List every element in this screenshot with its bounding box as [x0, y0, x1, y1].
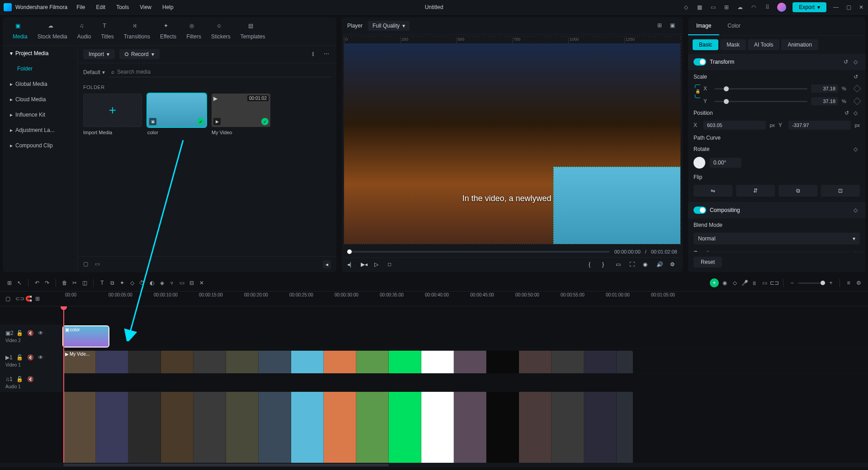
mark-in-button[interactable]: { — [589, 261, 596, 268]
pip-overlay[interactable] — [554, 167, 680, 244]
effect-tool-button[interactable]: ✦ — [118, 279, 126, 287]
import-button[interactable]: Import▾ — [83, 49, 115, 59]
apps-icon[interactable]: ⠿ — [764, 4, 771, 11]
lock-icon[interactable]: 🔓 — [16, 354, 23, 361]
new-folder-icon[interactable]: ▢ — [83, 261, 90, 268]
track-tool-button[interactable]: ▭ — [178, 279, 186, 287]
copy-button[interactable]: ⧉ — [778, 185, 817, 197]
track-lane-audio1[interactable] — [63, 373, 868, 392]
preview-canvas[interactable]: 0 250 500 750 1000 1250 In the video, a … — [344, 37, 681, 244]
rotate-dial[interactable] — [693, 157, 705, 169]
tab-effects[interactable]: ✦ Effects — [156, 21, 181, 42]
display-icon[interactable]: ▭ — [709, 4, 717, 11]
subtab-mask[interactable]: Mask — [720, 39, 746, 50]
magnet-icon[interactable]: 🧲 — [25, 296, 32, 302]
lock-icon[interactable]: ⊞ — [35, 296, 42, 302]
pointer-icon[interactable]: ↖ — [15, 279, 24, 287]
volume-button[interactable]: 🔊 — [656, 261, 664, 268]
tab-filters[interactable]: ◎ Filters — [182, 21, 206, 42]
keyframe-icon[interactable]: ◇ — [854, 146, 860, 152]
lock-icon[interactable]: 🔓 — [16, 376, 23, 382]
settings-button[interactable]: ⚙ — [670, 261, 677, 268]
transform-toggle[interactable] — [693, 58, 706, 66]
reset-icon[interactable]: ↺ — [854, 74, 860, 80]
track-lane-video2[interactable]: ▣color — [63, 324, 868, 348]
menu-edit[interactable]: Edit — [96, 4, 106, 10]
subtab-basic[interactable]: Basic — [693, 39, 718, 50]
keyframe-icon[interactable]: ◇ — [854, 59, 860, 65]
scale-x-slider[interactable] — [714, 88, 807, 89]
blend-mode-select[interactable]: Normal ▾ — [693, 233, 860, 244]
image-view-icon[interactable]: ▣ — [670, 22, 677, 29]
ratio-button[interactable]: ▭ — [616, 261, 623, 268]
zoom-slider[interactable] — [798, 282, 825, 284]
mark-out-button[interactable]: } — [602, 261, 609, 268]
reset-icon[interactable]: ↺ — [844, 110, 851, 116]
clip-color-pip[interactable]: ▣color — [63, 326, 108, 347]
project-icon[interactable]: ▦ — [696, 4, 703, 11]
sidebar-item-global-media[interactable]: ▸Global Media — [3, 76, 77, 92]
snap-button[interactable]: ⊏⊐ — [770, 279, 778, 287]
keyframe-icon[interactable]: ◇ — [854, 207, 860, 213]
position-x-value[interactable]: 603.05 — [703, 121, 766, 130]
mute-icon[interactable]: 🔇 — [27, 330, 33, 336]
reset-icon[interactable]: ↺ — [844, 59, 850, 65]
scale-y-value[interactable]: 37.18 — [811, 97, 838, 105]
path-curve-toggle[interactable] — [847, 134, 860, 141]
text-tool-button[interactable]: T — [98, 279, 106, 287]
menu-file[interactable]: File — [76, 4, 85, 10]
play-pause-button[interactable]: ▶◂ — [361, 261, 368, 268]
prev-frame-button[interactable]: ◂| — [347, 261, 354, 268]
tab-audio[interactable]: ♫ Audio — [73, 21, 96, 42]
record-button[interactable]: Record▾ — [119, 49, 160, 59]
zoom-in-button[interactable]: + — [827, 279, 835, 287]
search-input[interactable] — [117, 69, 329, 75]
flip-vertical-button[interactable]: ⇵ — [736, 185, 775, 197]
crop-button[interactable]: ◫ — [80, 279, 89, 287]
color-tool-button[interactable]: ◐ — [148, 279, 156, 287]
export-button[interactable]: Export ▾ — [793, 2, 826, 12]
fullscreen-button[interactable]: ⛶ — [629, 261, 637, 268]
sidebar-item-project-media[interactable]: ▾Project Media — [3, 46, 77, 61]
track-manage-icon[interactable]: ▢ — [5, 296, 12, 302]
keyframe-icon[interactable]: ◇ — [854, 110, 860, 116]
filter-icon[interactable]: ⫿ — [312, 51, 319, 58]
minimize-button[interactable]: — — [833, 4, 839, 10]
list-view-icon[interactable]: ≡ — [844, 279, 853, 287]
maximize-button[interactable]: ▢ — [845, 4, 852, 10]
marker-tool-button[interactable]: ▿ — [168, 279, 176, 287]
import-media-tile[interactable]: + Import Media — [83, 94, 142, 135]
quality-dropdown[interactable]: Full Quality ▾ — [368, 21, 410, 31]
menu-tools[interactable]: Tools — [116, 4, 129, 10]
timeline-ruler[interactable]: 00:00 00:00:05:00 00:00:10:00 00:00:15:0… — [63, 291, 868, 306]
tab-templates[interactable]: ▤ Templates — [236, 21, 270, 42]
ai-button[interactable]: ✦ — [710, 278, 719, 287]
transform-section-header[interactable]: Transform ↺ ◇ — [688, 54, 865, 70]
keyframe-icon[interactable] — [854, 98, 861, 105]
tab-media[interactable]: ▣ Media — [8, 21, 32, 42]
keyframe-tool-button[interactable]: ◈ — [158, 279, 166, 287]
clip-myvideo[interactable]: ▶My Vide... — [63, 351, 633, 463]
delete-button[interactable]: 🗑 — [61, 279, 69, 287]
media-thumb-color[interactable]: ▣ ✓ color — [147, 94, 206, 135]
inspector-tab-image[interactable]: Image — [688, 17, 719, 35]
sort-dropdown[interactable]: Default▾ — [83, 69, 105, 75]
tab-stickers[interactable]: ☺ Stickers — [207, 21, 235, 42]
inspector-tab-color[interactable]: Color — [719, 17, 749, 35]
mute-icon[interactable]: 🔇 — [27, 354, 33, 361]
send-icon[interactable]: ◇ — [682, 4, 689, 11]
layout-icon[interactable]: ⊞ — [723, 4, 730, 11]
user-avatar[interactable] — [777, 3, 786, 12]
subtab-animation[interactable]: Animation — [781, 39, 818, 50]
mic-button[interactable]: 🎤 — [741, 279, 749, 287]
track-lane-video1[interactable]: ▶My Vide... — [63, 349, 868, 373]
play-button[interactable]: ▷ — [374, 261, 382, 268]
rotate-value[interactable]: 0.00° — [710, 158, 741, 168]
paste-button[interactable]: ⊡ — [821, 185, 860, 197]
visibility-icon[interactable]: 👁 — [38, 330, 44, 336]
scale-x-value[interactable]: 37.18 — [811, 85, 838, 93]
collapse-sidebar-button[interactable]: ◂ — [323, 260, 331, 268]
tab-stock-media[interactable]: ☁ Stock Media — [33, 21, 72, 42]
cloud-icon[interactable]: ☁ — [736, 4, 744, 11]
menu-help[interactable]: Help — [162, 4, 174, 10]
